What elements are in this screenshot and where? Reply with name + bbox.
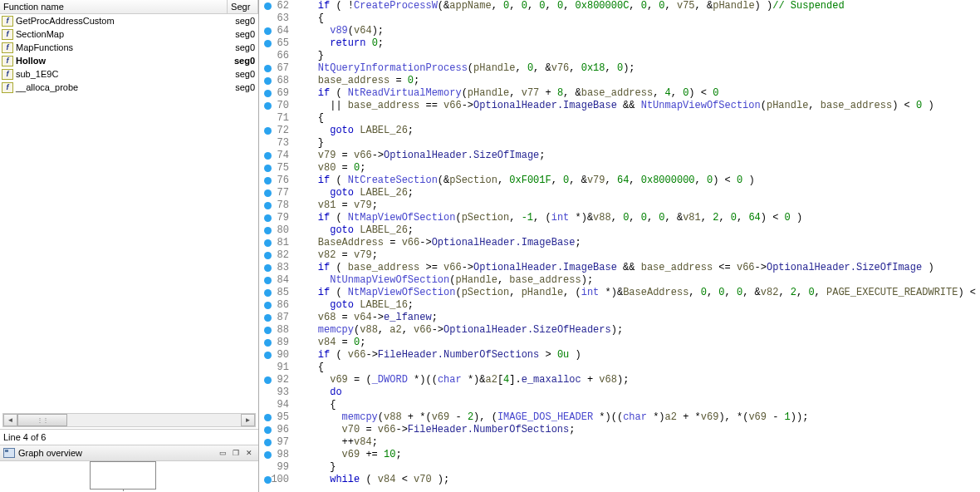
- function-row-MapFunctions[interactable]: fMapFunctionsseg0: [0, 41, 258, 54]
- code-line-64[interactable]: 64 v89(v64);: [259, 25, 980, 37]
- minimize-button[interactable]: ▭: [217, 448, 228, 459]
- code-text[interactable]: }: [294, 137, 980, 150]
- code-text[interactable]: base_address = 0;: [294, 75, 980, 87]
- scroll-track[interactable]: [17, 414, 241, 426]
- breakpoint-icon[interactable]: [264, 426, 272, 434]
- code-line-94[interactable]: 94 {: [259, 399, 980, 411]
- code-text[interactable]: v69 = (_DWORD *)((char *)&a2[4].e_maxall…: [294, 374, 980, 386]
- breakpoint-icon[interactable]: [264, 252, 272, 259]
- line-number[interactable]: 93: [259, 386, 294, 399]
- code-line-86[interactable]: 86 goto LABEL_16;: [259, 299, 980, 312]
- breakpoint-icon[interactable]: [264, 289, 272, 297]
- code-line-93[interactable]: 93 do: [259, 386, 980, 399]
- code-text[interactable]: if ( NtReadVirtualMemory(pHandle, v77 + …: [294, 87, 980, 100]
- code-text[interactable]: if ( base_address >= v66->OptionalHeader…: [294, 262, 980, 274]
- code-text[interactable]: }: [294, 461, 980, 474]
- code-line-70[interactable]: 70 || base_address == v66->OptionalHeade…: [259, 100, 980, 112]
- code-line-90[interactable]: 90 if ( v66->FileHeader.NumberOfSections…: [259, 349, 980, 362]
- code-text[interactable]: {: [294, 12, 980, 25]
- code-text[interactable]: return 0;: [294, 37, 980, 50]
- line-number[interactable]: 72: [259, 125, 294, 137]
- line-number[interactable]: 78: [259, 199, 294, 212]
- code-line-92[interactable]: 92 v69 = (_DWORD *)((char *)&a2[4].e_max…: [259, 374, 980, 386]
- breakpoint-icon[interactable]: [264, 177, 272, 184]
- line-number[interactable]: 99: [259, 461, 294, 474]
- breakpoint-icon[interactable]: [264, 189, 272, 197]
- line-number[interactable]: 75: [259, 162, 294, 175]
- line-number[interactable]: 63: [259, 12, 294, 25]
- code-line-77[interactable]: 77 goto LABEL_26;: [259, 187, 980, 199]
- line-number[interactable]: 62: [259, 0, 294, 12]
- code-line-74[interactable]: 74 v79 = v66->OptionalHeader.SizeOfImage…: [259, 150, 980, 162]
- code-text[interactable]: if ( v66->FileHeader.NumberOfSections > …: [294, 349, 980, 362]
- code-text[interactable]: {: [294, 112, 980, 125]
- code-line-96[interactable]: 96 v70 = v66->FileHeader.NumberOfSection…: [259, 424, 980, 436]
- line-number[interactable]: 64: [259, 25, 294, 37]
- breakpoint-icon[interactable]: [264, 277, 272, 284]
- breakpoint-icon[interactable]: [264, 451, 272, 459]
- code-line-98[interactable]: 98 v69 += 10;: [259, 449, 980, 461]
- code-line-68[interactable]: 68 base_address = 0;: [259, 75, 980, 87]
- breakpoint-icon[interactable]: [264, 214, 272, 222]
- code-text[interactable]: memcpy(v88 + *(v69 - 2), (IMAGE_DOS_HEAD…: [294, 411, 980, 424]
- breakpoint-icon[interactable]: [264, 414, 272, 421]
- code-text[interactable]: v70 = v66->FileHeader.NumberOfSections;: [294, 424, 980, 436]
- breakpoint-icon[interactable]: [264, 165, 272, 172]
- code-line-81[interactable]: 81 BaseAddress = v66->OptionalHeader.Ima…: [259, 237, 980, 249]
- line-number[interactable]: 95: [259, 411, 294, 424]
- code-line-95[interactable]: 95 memcpy(v88 + *(v69 - 2), (IMAGE_DOS_H…: [259, 411, 980, 424]
- code-line-62[interactable]: 62 if ( !CreateProcessW(&appName, 0, 0, …: [259, 0, 980, 12]
- line-number[interactable]: 81: [259, 237, 294, 249]
- breakpoint-icon[interactable]: [264, 40, 272, 47]
- breakpoint-icon[interactable]: [264, 102, 272, 110]
- code-text[interactable]: || base_address == v66->OptionalHeader.I…: [294, 100, 980, 112]
- code-line-67[interactable]: 67 NtQueryInformationProcess(pHandle, 0,…: [259, 62, 980, 75]
- line-number[interactable]: 85: [259, 287, 294, 299]
- line-number[interactable]: 68: [259, 75, 294, 87]
- code-line-87[interactable]: 87 v68 = v64->e_lfanew;: [259, 312, 980, 324]
- line-number[interactable]: 69: [259, 87, 294, 100]
- breakpoint-icon[interactable]: [264, 77, 272, 85]
- code-line-66[interactable]: 66 }: [259, 50, 980, 62]
- column-function-name[interactable]: Function name: [0, 0, 228, 13]
- line-number[interactable]: 83: [259, 262, 294, 274]
- line-number[interactable]: 73: [259, 137, 294, 150]
- code-line-79[interactable]: 79 if ( NtMapViewOfSection(pSection, -1,…: [259, 212, 980, 224]
- code-text[interactable]: v89(v64);: [294, 25, 980, 37]
- code-text[interactable]: if ( NtCreateSection(&pSection, 0xF001F,…: [294, 175, 980, 187]
- line-number[interactable]: 67: [259, 62, 294, 75]
- code-text[interactable]: NtUnmapViewOfSection(pHandle, base_addre…: [294, 274, 980, 287]
- code-line-71[interactable]: 71 {: [259, 112, 980, 125]
- code-text[interactable]: if ( !CreateProcessW(&appName, 0, 0, 0, …: [294, 0, 980, 12]
- scroll-thumb[interactable]: [17, 414, 67, 426]
- horizontal-scrollbar[interactable]: ◄ ►: [2, 413, 256, 427]
- line-number[interactable]: 94: [259, 399, 294, 411]
- code-line-75[interactable]: 75 v80 = 0;: [259, 162, 980, 175]
- line-number[interactable]: 87: [259, 312, 294, 324]
- code-text[interactable]: }: [294, 50, 980, 62]
- breakpoint-icon[interactable]: [264, 339, 272, 347]
- code-text[interactable]: ++v84;: [294, 436, 980, 449]
- code-line-69[interactable]: 69 if ( NtReadVirtualMemory(pHandle, v77…: [259, 87, 980, 100]
- line-number[interactable]: 96: [259, 424, 294, 436]
- breakpoint-icon[interactable]: [264, 314, 272, 322]
- line-number[interactable]: 77: [259, 187, 294, 199]
- code-line-82[interactable]: 82 v82 = v79;: [259, 249, 980, 262]
- code-text[interactable]: while ( v84 < v70 );: [294, 474, 980, 486]
- code-text[interactable]: v84 = 0;: [294, 337, 980, 349]
- code-text[interactable]: v80 = 0;: [294, 162, 980, 175]
- code-line-97[interactable]: 97 ++v84;: [259, 436, 980, 449]
- function-row-Hollow[interactable]: fHollowseg0: [0, 54, 258, 67]
- code-text[interactable]: memcpy(v88, a2, v66->OptionalHeader.Size…: [294, 324, 980, 337]
- breakpoint-icon[interactable]: [264, 327, 272, 334]
- line-number[interactable]: 98: [259, 449, 294, 461]
- code-line-85[interactable]: 85 if ( NtMapViewOfSection(pSection, pHa…: [259, 287, 980, 299]
- line-number[interactable]: 100: [259, 474, 294, 486]
- line-number[interactable]: 70: [259, 100, 294, 112]
- code-line-83[interactable]: 83 if ( base_address >= v66->OptionalHea…: [259, 262, 980, 274]
- code-line-73[interactable]: 73 }: [259, 137, 980, 150]
- breakpoint-icon[interactable]: [264, 264, 272, 272]
- scroll-right-arrow[interactable]: ►: [241, 414, 255, 426]
- function-row-sub_1E9C[interactable]: fsub_1E9Cseg0: [0, 67, 258, 81]
- code-line-99[interactable]: 99 }: [259, 461, 980, 474]
